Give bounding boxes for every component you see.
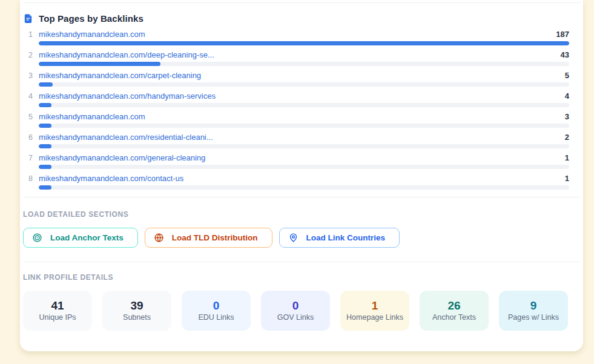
top-page-row: 4 mikeshandymanandclean.com/handyman-ser… — [23, 91, 569, 107]
page-url-link[interactable]: mikeshandymanandclean.com — [39, 30, 145, 39]
stat-label: Pages w/ Links — [508, 313, 559, 322]
top-page-row: 1 mikeshandymanandclean.com 187 — [23, 30, 569, 45]
row-rank: 2 — [23, 51, 33, 59]
stat-label: Subnets — [123, 313, 151, 322]
top-divider — [23, 2, 580, 3]
top-page-row: 8 mikeshandymanandclean.com/contact-us 1 — [23, 174, 569, 190]
backlink-count: 3 — [565, 112, 569, 121]
stat-card-anchor-texts: 26 Anchor Texts — [420, 291, 489, 331]
stat-value: 26 — [447, 300, 460, 313]
stat-card-homepage-links: 1 Homepage Links — [340, 291, 409, 331]
backlink-bar-fill — [39, 144, 51, 148]
stat-value: 39 — [130, 300, 143, 313]
stat-value: 0 — [292, 300, 299, 313]
button-label: Load Link Countries — [306, 233, 386, 242]
stat-card-subnets: 39 Subnets — [102, 291, 171, 331]
stat-value: 9 — [530, 300, 537, 313]
backlink-count: 4 — [565, 91, 569, 101]
button-label: Load Anchor Texts — [50, 233, 124, 242]
top-page-row: 5 mikeshandymanandclean.com 3 — [23, 112, 569, 128]
backlink-bar-track — [39, 124, 569, 128]
page-url-link[interactable]: mikeshandymanandclean.com/handyman-servi… — [39, 91, 216, 101]
row-rank: 4 — [23, 92, 33, 101]
backlink-bar-fill — [39, 82, 53, 87]
stat-card-gov-links: 0 GOV Links — [261, 291, 330, 331]
stat-card-unique-ips: 41 Unique IPs — [23, 291, 92, 331]
top-page-row: 3 mikeshandymanandclean.com/carpet-clean… — [23, 71, 569, 87]
top-page-row: 2 mikeshandymanandclean.com/deep-cleanin… — [23, 50, 569, 66]
backlink-bar-fill — [39, 62, 160, 66]
map-pin-icon — [288, 233, 299, 243]
document-icon — [23, 13, 33, 24]
top-pages-title: Top Pages by Backlinks — [39, 13, 144, 24]
stat-value: 41 — [51, 300, 64, 313]
backlink-bar-track — [39, 185, 569, 190]
stat-label: Anchor Texts — [432, 313, 476, 322]
backlink-bar-fill — [39, 185, 51, 190]
row-rank: 7 — [23, 154, 33, 162]
target-icon — [32, 233, 42, 243]
backlink-bar-track — [39, 82, 569, 87]
backlink-count: 2 — [565, 133, 569, 142]
stat-label: Unique IPs — [39, 313, 76, 322]
globe-icon — [154, 233, 164, 243]
backlink-count: 187 — [556, 30, 569, 39]
backlink-count: 5 — [565, 71, 569, 80]
load-sections-label: LOAD DETAILED SECTIONS — [23, 210, 580, 219]
backlink-bar-fill — [39, 103, 51, 107]
backlink-bar-track — [39, 165, 569, 169]
link-profile-stats: 41 Unique IPs 39 Subnets 0 EDU Links 0 G… — [23, 291, 580, 331]
row-rank: 3 — [23, 71, 33, 80]
top-page-row: 7 mikeshandymanandclean.com/general-clea… — [23, 153, 569, 169]
top-pages-list: 1 mikeshandymanandclean.com 187 2 mikesh… — [23, 30, 580, 190]
stat-card-pages-with-links: 9 Pages w/ Links — [499, 291, 568, 331]
backlink-bar-track — [39, 103, 569, 107]
row-rank: 1 — [23, 30, 33, 39]
load-tld-distribution-button[interactable]: Load TLD Distribution — [145, 228, 272, 248]
load-link-countries-button[interactable]: Load Link Countries — [279, 228, 400, 248]
stat-value: 1 — [372, 300, 378, 313]
button-label: Load TLD Distribution — [172, 233, 258, 242]
page-url-link[interactable]: mikeshandymanandclean.com/deep-cleaning-… — [39, 50, 214, 59]
backlinks-card: Top Pages by Backlinks 1 mikeshandymanan… — [20, 0, 583, 351]
backlink-bar-track — [39, 144, 569, 148]
page-background: { "top_pages": { "title": "Top Pages by … — [0, 0, 594, 364]
backlink-bar-fill — [39, 41, 569, 45]
backlink-bar-track — [39, 62, 569, 66]
row-rank: 5 — [23, 113, 33, 121]
page-url-link[interactable]: mikeshandymanandclean.com/carpet-cleanin… — [39, 71, 201, 80]
backlink-bar-track — [39, 41, 569, 45]
section-divider — [23, 197, 580, 197]
stat-label: Homepage Links — [346, 313, 403, 322]
row-rank: 8 — [23, 174, 33, 183]
backlink-bar-fill — [39, 165, 51, 169]
backlink-bar-fill — [39, 124, 51, 128]
backlink-count: 1 — [565, 153, 569, 162]
stat-label: EDU Links — [198, 313, 234, 322]
link-profile-label: LINK PROFILE DETAILS — [23, 273, 580, 282]
page-url-link[interactable]: mikeshandymanandclean.com — [39, 112, 145, 121]
stat-value: 0 — [213, 300, 220, 313]
stat-card-edu-links: 0 EDU Links — [182, 291, 251, 331]
section-divider — [23, 262, 580, 262]
page-url-link[interactable]: mikeshandymanandclean.com/general-cleani… — [39, 153, 205, 162]
stat-label: GOV Links — [277, 313, 314, 322]
page-url-link[interactable]: mikeshandymanandclean.com/contact-us — [39, 174, 183, 183]
row-rank: 6 — [23, 133, 33, 142]
page-url-link[interactable]: mikeshandymanandclean.com/residential-cl… — [39, 133, 213, 142]
load-buttons-row: Load Anchor Texts Load TLD Distribution … — [23, 228, 580, 248]
backlink-count: 1 — [565, 174, 569, 183]
backlink-count: 43 — [561, 50, 569, 59]
top-page-row: 6 mikeshandymanandclean.com/residential-… — [23, 133, 569, 148]
load-anchor-texts-button[interactable]: Load Anchor Texts — [23, 228, 138, 248]
top-pages-header: Top Pages by Backlinks — [23, 12, 580, 25]
